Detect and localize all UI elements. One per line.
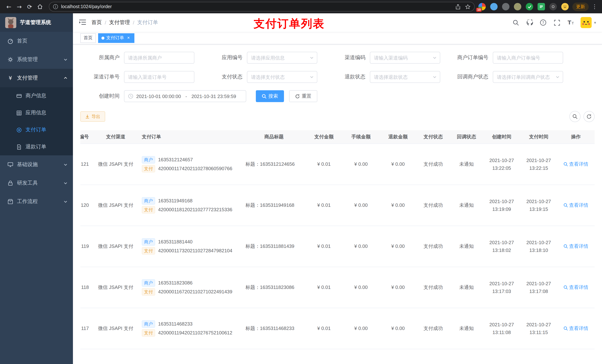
extensions-row: 10 [478,3,569,10]
user-menu[interactable]: ▾ [581,17,596,28]
font-size-icon[interactable]: TT [567,19,574,26]
sidebar-item-pay[interactable]: ¥ 支付管理 [0,69,73,87]
sidebar-item-app-info[interactable]: 应用信息 [0,104,73,121]
browser-update-button[interactable]: 更新 [572,2,589,11]
cell-id: 118 [80,267,93,308]
merchant-order-no: 1635312124657 [158,157,193,162]
app-select-field[interactable] [247,52,317,64]
sidebar-item-dev-tools[interactable]: 研发工具 [0,174,73,192]
download-icon [85,114,90,119]
search-icon [563,244,568,248]
app-select[interactable] [247,52,317,64]
merchant-order-no: 1635311823086 [158,280,193,286]
view-detail-link[interactable]: 查看详情 [563,161,588,167]
extension-smiley-icon[interactable] [561,3,569,10]
extension-blue-drop-icon[interactable] [490,3,498,10]
merchant-input-field[interactable] [124,52,194,64]
extension-colorful-icon[interactable]: 10 [478,3,486,10]
app-logo: 芋道管理系统 [0,13,73,32]
channel-code-field[interactable] [370,52,440,64]
cell-id: 116 [80,349,93,357]
reload-icon[interactable]: ⟳ [24,1,35,12]
col-id: 编号 [80,130,93,144]
sidebar-item-system[interactable]: 系统管理 [0,50,73,69]
create-time-range-picker[interactable]: 2021-10-01 00:00:00 - 2021-10-31 23:59:5… [124,90,246,102]
export-button[interactable]: 导出 [80,111,105,122]
forward-icon[interactable]: → [14,1,24,12]
site-info-icon[interactable] [53,4,58,9]
collapse-sidebar-icon[interactable] [79,19,86,26]
pay-status-select[interactable] [247,71,317,83]
sidebar-item-refund-order[interactable]: 退款订单 [0,138,73,155]
extension-chat-icon[interactable] [538,3,545,10]
merchant-input[interactable] [124,52,194,64]
help-icon[interactable]: ? [540,19,547,26]
tab-home[interactable]: 首页 [80,33,96,43]
range-start: 2021-10-01 00:00:00 [136,94,181,99]
refund-status-field[interactable] [370,71,440,83]
home-icon [37,4,43,10]
table-row: 120 微信 JSAPI 支付 商户1635311949168 支付420000… [80,185,595,226]
close-icon[interactable]: × [126,35,131,41]
toggle-search-button[interactable] [570,111,580,122]
breadcrumb: 首页 / 支付管理 / 支付订单 [91,19,158,26]
sidebar-item-pay-order[interactable]: 支付订单 [0,121,73,138]
chevron-down-icon [63,57,68,62]
extension-green-check-icon[interactable] [526,3,533,10]
extension-gray-icon[interactable] [502,3,509,10]
url-text: localhost:1024/pay/order [61,4,455,9]
orders-table: 编号 支付渠道 支付订单 商品标题 支付金额 手续金额 退款金额 支付状态 回调… [80,130,595,357]
address-bar[interactable]: localhost:1024/pay/order [49,2,475,11]
breadcrumb-home[interactable]: 首页 [91,19,102,26]
merchant-order-no-input[interactable] [493,52,563,64]
search-icon[interactable] [512,19,520,26]
back-icon[interactable]: ← [4,1,14,12]
pay-status-field[interactable] [247,71,317,83]
refresh-table-button[interactable] [583,111,595,122]
cell-channel: 微信 JSAPI 支付 [93,226,139,267]
tab-pay-order[interactable]: 支付订单 × [98,33,134,43]
merchant-tag: 商户 [142,197,155,204]
sidebar-item-home[interactable]: 首页 [0,32,73,50]
view-detail-link[interactable]: 查看详情 [563,202,588,208]
channel-order-no-input[interactable] [124,71,194,83]
search-button[interactable]: 搜索 [256,90,284,102]
reset-button[interactable]: 重置 [289,90,317,102]
cell-actions: 查看详情 [557,185,595,226]
cell-actions: 查看详情 [557,226,595,267]
extension-dark-icon[interactable] [549,3,557,10]
breadcrumb-pay[interactable]: 支付管理 [109,19,130,26]
share-icon[interactable] [455,4,461,10]
filter-label-refund-status: 退款状态 [326,74,370,80]
merchant-order-no: 1635311468233 [158,321,193,327]
view-detail-link[interactable]: 查看详情 [563,284,588,291]
view-detail-link[interactable]: 查看详情 [563,243,588,250]
cell-create-time: 2021-10-2713:19:09 [483,185,520,226]
cell-notify: 未通知 [450,185,483,226]
sidebar-item-workflow[interactable]: 工作流程 [0,192,73,211]
refund-status-select[interactable] [370,71,440,83]
range-separator: - [184,94,188,99]
sidebar-item-infra[interactable]: 基础设施 [0,155,73,174]
notify-status-select[interactable] [493,71,563,83]
document-icon [16,144,22,150]
notify-status-field[interactable] [493,71,563,83]
bookmark-star-icon[interactable] [465,4,471,10]
home-icon[interactable] [35,1,45,12]
channel-order-no-field[interactable] [124,71,194,83]
svg-text:T: T [568,20,571,26]
sidebar-item-merchant-info[interactable]: 商户信息 [0,87,73,104]
merchant-order-no-field[interactable] [493,52,563,64]
github-icon[interactable] [526,19,533,26]
cell-product: 标题：1635311823086 [243,267,305,308]
pay-order-no: 4200001167202110271022491439 [158,289,232,294]
browser-menu-icon[interactable]: ⋮ [591,3,598,10]
channel-code-select[interactable] [370,52,440,64]
extension-olive-icon[interactable] [514,3,521,10]
cell-refund [379,349,417,357]
breadcrumb-current: 支付订单 [137,19,158,26]
view-detail-link[interactable]: 查看详情 [563,325,588,332]
sidebar-item-label: 系统管理 [17,56,38,63]
cell-actions: 查看详情 [557,308,595,349]
fullscreen-icon[interactable] [553,19,561,26]
